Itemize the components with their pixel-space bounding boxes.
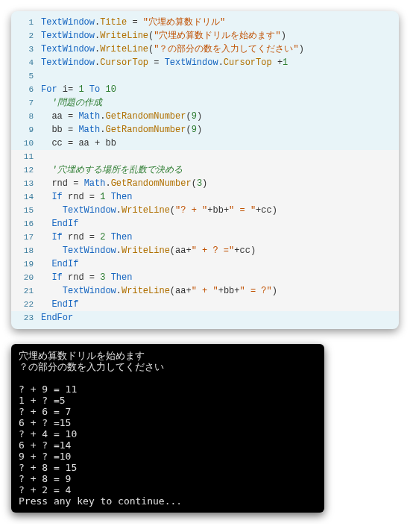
code-content[interactable]: TextWindow.WriteLine("？の部分の数を入力してください"): [38, 43, 399, 56]
code-content[interactable]: TextWindow.Title = "穴埋め算数ドリル": [38, 16, 399, 29]
code-content[interactable]: TextWindow.WriteLine(aa+" + ? ="+cc): [38, 244, 399, 257]
code-line[interactable]: 23EndFor: [11, 311, 399, 325]
code-line[interactable]: 18 TextWindow.WriteLine(aa+" + ? ="+cc): [11, 244, 399, 257]
code-line[interactable]: 8 aa = Math.GetRandomNumber(9): [11, 110, 399, 123]
line-number: 3: [11, 43, 38, 56]
line-number: 15: [11, 204, 38, 217]
code-content[interactable]: TextWindow.WriteLine(aa+" + "+bb+" = ?"): [38, 284, 399, 298]
line-number: 5: [11, 69, 38, 83]
line-number: 11: [11, 150, 38, 163]
code-content[interactable]: cc = aa + bb: [38, 137, 399, 150]
line-number: 22: [11, 298, 38, 311]
code-line[interactable]: 16 EndIf: [11, 217, 399, 231]
line-number: 20: [11, 271, 38, 284]
code-line[interactable]: 17 If rnd = 2 Then: [11, 231, 399, 244]
line-number: 14: [11, 190, 38, 204]
code-editor-panel[interactable]: 1TextWindow.Title = "穴埋め算数ドリル"2TextWindo…: [11, 11, 399, 329]
code-line[interactable]: 15 TextWindow.WriteLine("? + "+bb+" = "+…: [11, 204, 399, 217]
code-content[interactable]: If rnd = 2 Then: [38, 231, 399, 244]
code-content[interactable]: [38, 69, 399, 83]
code-line[interactable]: 13 rnd = Math.GetRandomNumber(3): [11, 177, 399, 190]
line-number: 6: [11, 83, 38, 96]
console-output-panel: 穴埋め算数ドリルを始めます ？の部分の数を入力してください ? + 9 = 11…: [11, 344, 324, 513]
line-number: 1: [11, 16, 38, 29]
code-content[interactable]: TextWindow.WriteLine("? + "+bb+" = "+cc): [38, 204, 399, 217]
code-line[interactable]: 14 If rnd = 1 Then: [11, 190, 399, 204]
code-content[interactable]: '問題の作成: [38, 96, 399, 110]
code-line[interactable]: 3TextWindow.WriteLine("？の部分の数を入力してください"): [11, 43, 399, 56]
code-content[interactable]: If rnd = 3 Then: [38, 271, 399, 284]
code-content[interactable]: EndFor: [38, 311, 399, 325]
code-content[interactable]: [38, 150, 399, 163]
code-line[interactable]: 5: [11, 69, 399, 83]
line-number: 18: [11, 244, 38, 257]
line-number: 10: [11, 137, 38, 150]
line-number: 16: [11, 217, 38, 231]
line-number: 4: [11, 56, 38, 69]
code-line[interactable]: 11: [11, 150, 399, 163]
code-line[interactable]: 19 EndIf: [11, 257, 399, 271]
code-content[interactable]: EndIf: [38, 217, 399, 231]
code-line[interactable]: 4TextWindow.CursorTop = TextWindow.Curso…: [11, 56, 399, 69]
code-content[interactable]: EndIf: [38, 257, 399, 271]
code-content[interactable]: '穴埋めする場所を乱数で決める: [38, 163, 399, 177]
line-number: 9: [11, 123, 38, 137]
code-line[interactable]: 7 '問題の作成: [11, 96, 399, 110]
code-line[interactable]: 2TextWindow.WriteLine("穴埋め算数ドリルを始めます"): [11, 29, 399, 43]
code-line[interactable]: 6For i= 1 To 10: [11, 83, 399, 96]
code-line[interactable]: 22 EndIf: [11, 298, 399, 311]
line-number: 19: [11, 257, 38, 271]
line-number: 7: [11, 96, 38, 110]
code-line[interactable]: 10 cc = aa + bb: [11, 137, 399, 150]
code-line[interactable]: 1TextWindow.Title = "穴埋め算数ドリル": [11, 16, 399, 29]
code-line[interactable]: 20 If rnd = 3 Then: [11, 271, 399, 284]
line-number: 12: [11, 163, 38, 177]
code-line[interactable]: 21 TextWindow.WriteLine(aa+" + "+bb+" = …: [11, 284, 399, 298]
code-content[interactable]: TextWindow.WriteLine("穴埋め算数ドリルを始めます"): [38, 29, 399, 43]
line-number: 8: [11, 110, 38, 123]
code-line[interactable]: 12 '穴埋めする場所を乱数で決める: [11, 163, 399, 177]
code-line[interactable]: 9 bb = Math.GetRandomNumber(9): [11, 123, 399, 137]
line-number: 17: [11, 231, 38, 244]
code-content[interactable]: aa = Math.GetRandomNumber(9): [38, 110, 399, 123]
code-content[interactable]: For i= 1 To 10: [38, 83, 399, 96]
code-content[interactable]: EndIf: [38, 298, 399, 311]
line-number: 21: [11, 284, 38, 298]
code-content[interactable]: If rnd = 1 Then: [38, 190, 399, 204]
code-content[interactable]: rnd = Math.GetRandomNumber(3): [38, 177, 399, 190]
line-number: 2: [11, 29, 38, 43]
line-number: 13: [11, 177, 38, 190]
code-content[interactable]: TextWindow.CursorTop = TextWindow.Cursor…: [38, 56, 399, 69]
code-content[interactable]: bb = Math.GetRandomNumber(9): [38, 123, 399, 137]
line-number: 23: [11, 311, 38, 325]
